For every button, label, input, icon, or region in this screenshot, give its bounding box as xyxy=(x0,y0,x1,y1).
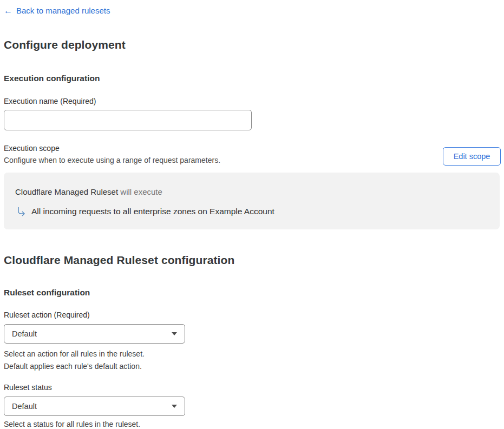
edit-scope-button[interactable]: Edit scope xyxy=(443,147,501,166)
execution-name-input[interactable] xyxy=(4,110,252,130)
execution-scope-description: Configure when to execute using a range … xyxy=(4,156,220,164)
execution-scope-label: Execution scope xyxy=(4,144,220,153)
configure-deployment-page: ← Back to managed rulesets Configure dep… xyxy=(0,0,504,429)
ruleset-configuration-title: Cloudflare Managed Ruleset configuration xyxy=(4,253,501,267)
ruleset-status-select[interactable]: Default xyxy=(4,397,185,416)
elbow-arrow-icon xyxy=(16,207,27,217)
back-link[interactable]: ← Back to managed rulesets xyxy=(4,5,110,16)
ruleset-configuration-heading: Ruleset configuration xyxy=(4,287,501,298)
back-link-label: Back to managed rulesets xyxy=(16,5,110,16)
execution-configuration-heading: Execution configuration xyxy=(4,73,501,83)
ruleset-action-select[interactable]: Default xyxy=(4,324,185,344)
scope-summary-target: All incoming requests to all enterprise … xyxy=(31,206,274,217)
ruleset-action-label: Ruleset action (Required) xyxy=(4,311,501,319)
scope-summary-ruleset-name: Cloudflare Managed Ruleset xyxy=(15,187,118,196)
scope-summary-suffix: will execute xyxy=(118,187,162,196)
chevron-down-icon xyxy=(172,332,177,335)
execution-scope-text: Execution scope Configure when to execut… xyxy=(4,144,220,164)
ruleset-status-selected-value: Default xyxy=(12,402,37,411)
ruleset-status-label: Ruleset status xyxy=(4,383,501,392)
ruleset-status-help: Select a status for all rules in the rul… xyxy=(4,420,501,429)
execution-scope-row: Execution scope Configure when to execut… xyxy=(4,144,501,166)
scope-summary-target-row: All incoming requests to all enterprise … xyxy=(15,206,488,217)
ruleset-action-selected-value: Default xyxy=(12,329,37,338)
ruleset-action-help-line2: Default applies each rule's default acti… xyxy=(4,360,501,373)
back-arrow-icon: ← xyxy=(4,6,12,16)
scope-summary-headline: Cloudflare Managed Ruleset will execute xyxy=(15,187,488,197)
page-title: Configure deployment xyxy=(4,38,501,52)
scope-summary-box: Cloudflare Managed Ruleset will execute … xyxy=(4,173,500,229)
execution-name-label: Execution name (Required) xyxy=(4,97,501,105)
chevron-down-icon xyxy=(172,405,177,408)
ruleset-action-help-line1: Select an action for all rules in the ru… xyxy=(4,348,501,360)
